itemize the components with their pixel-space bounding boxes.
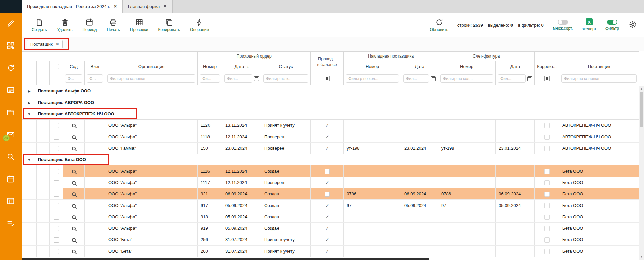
table-row[interactable]: ООО "Альфа" 1118 12.11.2024 Проверен ✓ А… (22, 131, 639, 143)
magnifier-icon[interactable] (72, 124, 76, 127)
filter-supplier-invoice-date-input[interactable] (403, 74, 429, 83)
filter-order-date-input[interactable] (224, 74, 252, 83)
magnifier-icon[interactable] (72, 227, 76, 230)
table-row[interactable]: ООО "Альфа" 919 05.09.2024 Создан ✓ Бета… (22, 223, 639, 234)
row-checkbox[interactable] (54, 169, 59, 174)
column-supplier-invoice-number[interactable]: Номер (344, 61, 401, 72)
row-checkbox[interactable] (54, 180, 59, 185)
collapse-icon[interactable]: ▼ (28, 158, 31, 162)
correction-checkbox[interactable] (544, 226, 550, 231)
period-button[interactable]: Период (82, 18, 97, 32)
table-row[interactable]: ООО "Бета" 260 31.07.2024 Принят к учету… (22, 246, 639, 257)
multisort-toggle[interactable] (558, 20, 568, 25)
filter-sod-input[interactable] (65, 74, 82, 83)
close-icon[interactable]: × (56, 42, 59, 46)
correction-checkbox[interactable] (544, 192, 550, 197)
delete-button[interactable]: Удалить (57, 18, 73, 32)
apps-grid-icon[interactable] (6, 41, 15, 50)
mail-icon[interactable]: 32 (6, 130, 15, 139)
magnifier-icon[interactable] (72, 215, 76, 219)
column-vat-invoice-date[interactable]: Дата (496, 61, 535, 72)
table-row[interactable]: ООО "Альфа" 1117 12.11.2024 Проверен ✓ Б… (22, 177, 639, 188)
multisort-control[interactable]: множ.сорт. (553, 20, 573, 31)
receipt-icon[interactable] (6, 86, 15, 95)
table-layout-icon[interactable] (6, 197, 15, 206)
row-checkbox[interactable] (54, 203, 59, 208)
column-organization[interactable]: Организация (105, 61, 198, 72)
filter-control[interactable]: фильтр (605, 20, 619, 31)
scroll-up-icon[interactable]: ▲ (639, 87, 644, 91)
column-order-date[interactable]: Дата↓ (222, 61, 261, 72)
magnifier-icon[interactable] (72, 250, 76, 253)
column-vat-invoice-number[interactable]: Номер (438, 61, 496, 72)
filter-vat-invoice-date-input[interactable] (498, 74, 526, 83)
folder-icon[interactable] (6, 108, 15, 117)
checklist-icon[interactable] (6, 219, 15, 228)
group-row[interactable]: ▼ Поставщик: Бета ООО (22, 154, 639, 165)
filter-status-input[interactable] (263, 74, 308, 83)
group-row[interactable]: ▶ Поставщик: АВРОРА ООО (22, 97, 639, 108)
table-row[interactable]: ООО "Альфа" 1120 13.11.2024 Принят к уче… (22, 120, 639, 131)
filter-vat-invoice-number-input[interactable] (440, 74, 493, 83)
postings-button[interactable]: Проводки (130, 18, 148, 32)
row-checkbox[interactable] (54, 135, 59, 140)
column-status[interactable]: Статус (261, 61, 311, 72)
search-icon[interactable] (6, 152, 15, 161)
expand-icon[interactable]: ▶ (28, 101, 31, 105)
print-button[interactable]: Печать (107, 18, 120, 32)
filter-organization-input[interactable] (107, 74, 195, 83)
row-checkbox[interactable] (54, 249, 59, 254)
table-row[interactable]: ООО "Альфа" 917 05.09.2024 Создан ✓ 97 0… (22, 200, 639, 211)
column-supplier-invoice-date[interactable]: Дата (401, 61, 438, 72)
group-row[interactable]: ▼ Поставщик: АВТОКРЕПЕЖ-НЧ ООО (22, 108, 639, 120)
correction-checkbox[interactable] (544, 249, 550, 254)
sync-icon[interactable] (6, 64, 15, 72)
posted-checkbox[interactable] (325, 192, 330, 197)
magnifier-icon[interactable] (72, 204, 76, 208)
magnifier-icon[interactable] (72, 170, 76, 173)
filter-order-number-input[interactable] (200, 74, 220, 83)
column-vlzh[interactable]: Влж (85, 61, 105, 72)
calendar-icon[interactable] (431, 76, 436, 81)
correction-checkbox[interactable] (544, 237, 550, 243)
grouping-chip-supplier[interactable]: Поставщик × (27, 40, 63, 48)
correction-checkbox[interactable] (544, 215, 550, 220)
operations-button[interactable]: Операции (190, 18, 209, 32)
magnifier-icon[interactable] (72, 147, 76, 150)
close-icon[interactable]: × (163, 4, 166, 9)
column-correction[interactable]: Коррект... (535, 61, 559, 72)
table-row[interactable]: ООО "Альфа" 918 05.09.2024 Создан ✓ Бета… (22, 211, 639, 223)
row-checkbox[interactable] (54, 192, 59, 197)
scroll-down-icon[interactable]: ▼ (639, 255, 644, 259)
table-row[interactable]: ООО "Альфа" 1116 12.11.2024 Создан Бета … (22, 165, 639, 177)
select-all-checkbox[interactable] (54, 64, 59, 69)
calendar-icon[interactable] (6, 175, 15, 183)
posted-filter-checkbox[interactable] (325, 76, 330, 81)
column-order-number[interactable]: Номер (198, 61, 222, 72)
posted-checkbox[interactable] (325, 169, 330, 174)
magnifier-icon[interactable] (72, 192, 76, 196)
close-icon[interactable]: × (114, 4, 117, 9)
row-checkbox[interactable] (54, 146, 59, 151)
row-checkbox[interactable] (54, 226, 59, 231)
filter-supplier-input[interactable] (561, 74, 637, 83)
column-supplier[interactable]: Поставщик (559, 61, 639, 72)
magnifier-icon[interactable] (72, 181, 76, 185)
tab-registry[interactable]: Приходная накладная - Реестр за 2024 г. … (22, 0, 123, 13)
table-row[interactable]: ООО "Альфа" 921 06.09.2024 Создан 0786 0… (22, 188, 639, 200)
refresh-button[interactable]: Обновить (430, 18, 448, 32)
row-checkbox[interactable] (54, 215, 59, 220)
expand-icon[interactable]: ▶ (28, 89, 31, 93)
pencil-icon[interactable] (6, 19, 15, 28)
row-checkbox[interactable] (54, 237, 59, 243)
row-checkbox[interactable] (54, 123, 59, 128)
correction-checkbox[interactable] (544, 146, 550, 151)
sort-desc-icon[interactable]: ↓ (247, 64, 249, 69)
settings-gear-icon[interactable] (628, 20, 637, 30)
correction-checkbox[interactable] (544, 169, 550, 174)
correction-checkbox[interactable] (544, 180, 550, 185)
tab-main-form[interactable]: Главная форма × (123, 0, 173, 13)
correction-filter-checkbox[interactable] (544, 76, 550, 81)
table-row[interactable]: ООО "Бета" 256 31.07.2024 Принят к учету… (22, 234, 639, 246)
filter-toggle[interactable] (607, 20, 617, 25)
